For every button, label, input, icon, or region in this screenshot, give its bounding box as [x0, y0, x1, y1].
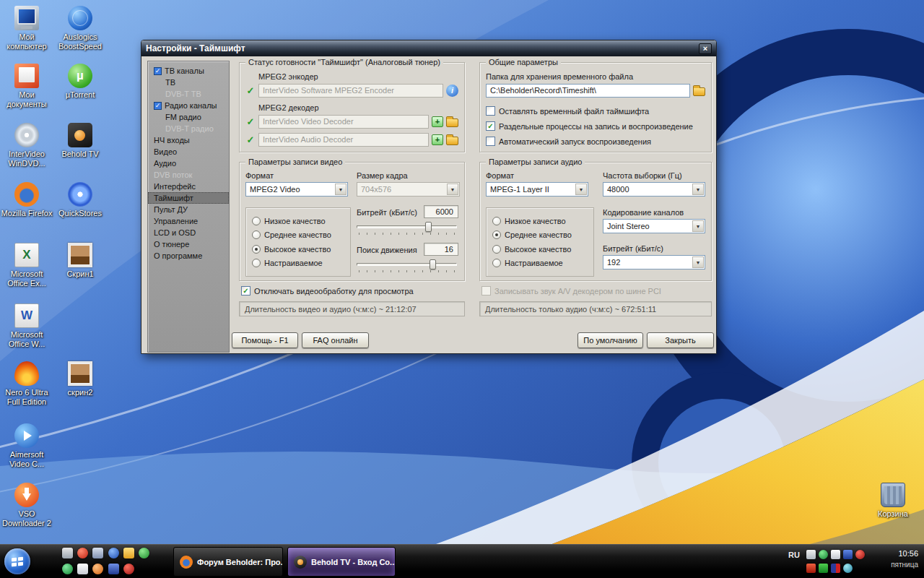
video-bitrate-slider[interactable] [357, 222, 457, 235]
desktop-icon-quickstores[interactable]: QuickStores [53, 182, 107, 218]
video-quality-medium[interactable]: Среднее качество [252, 230, 344, 239]
nav-item-timeshift[interactable]: Таймшифт [148, 192, 229, 204]
disable-video-processing-checkbox[interactable]: ✓Отключать видеообработку для просмотра [241, 286, 414, 296]
chevron-down-icon[interactable]: ▼ [692, 256, 704, 268]
nav-item-remote[interactable]: Пульт ДУ [148, 204, 229, 215]
opera-icon[interactable] [77, 548, 88, 558]
tray-update-icon[interactable] [806, 550, 816, 559]
slider-thumb[interactable] [430, 259, 436, 269]
info-icon[interactable]: i [446, 85, 458, 97]
tray-flag-icon[interactable] [831, 564, 840, 573]
checkbox-icon[interactable]: ✓ [154, 67, 162, 75]
keep-temp-file-checkbox[interactable]: Оставлять временный файл таймшифта [486, 106, 649, 116]
browse-folder-icon[interactable] [693, 87, 705, 96]
chevron-down-icon[interactable]: ▼ [692, 184, 704, 195]
tray-language-a-icon[interactable] [831, 550, 840, 559]
channel-coding-select[interactable]: Joint Stereo▼ [603, 219, 705, 233]
audio-quality-custom[interactable]: Настраиваемое [492, 259, 588, 267]
chevron-down-icon[interactable]: ▼ [575, 184, 587, 195]
help-button[interactable]: Помощь - F1 [232, 332, 298, 348]
dialog-titlebar[interactable]: Настройки - Таймшифт × [141, 40, 716, 56]
taskbar-task-behold-tv[interactable]: Behold TV - Вход Со... [287, 547, 396, 577]
video-quality-high[interactable]: Высокое качество [252, 245, 344, 254]
video-bitrate-input[interactable]: 6000 [424, 205, 458, 218]
tray-alert-icon[interactable] [806, 564, 816, 573]
nav-item-video[interactable]: Видео [148, 146, 229, 158]
globe-green-icon[interactable] [62, 564, 73, 574]
language-indicator[interactable]: RU [788, 551, 800, 559]
word-icon: W [14, 303, 39, 328]
decoder-folder-icon[interactable] [446, 118, 458, 127]
tray-network-icon[interactable] [843, 550, 853, 559]
checkbox-icon[interactable]: ✓ [154, 102, 162, 110]
close-icon[interactable]: × [699, 43, 712, 54]
sample-rate-select[interactable]: 48000▼ [603, 182, 705, 197]
tray-status-icon[interactable] [819, 564, 828, 573]
desktop-icon-my-documents[interactable]: Мои документы [0, 64, 53, 109]
desktop-icon-nero[interactable]: Nero 6 Ultra Full Edition [0, 361, 53, 407]
video-quality-custom[interactable]: Настраиваемое [252, 259, 344, 267]
defaults-button[interactable]: По умолчанию [578, 332, 643, 348]
select-decoder-icon[interactable]: + [432, 116, 443, 127]
audio-bitrate-select[interactable]: 192▼ [603, 255, 705, 269]
motion-search-input[interactable]: 16 [424, 243, 458, 256]
desktop-icon-windvd[interactable]: InterVideo WinDVD... [0, 123, 53, 168]
slider-thumb[interactable] [425, 222, 432, 232]
desktop-icon-behold-tv[interactable]: Behold TV [53, 123, 107, 159]
desktop-icon-auslogics[interactable]: Auslogics BoostSpeed [53, 6, 107, 51]
orange-app-icon[interactable] [92, 564, 103, 574]
close-button[interactable]: Закрыть [647, 332, 714, 348]
audio-quality-medium[interactable]: Среднее качество [492, 230, 588, 239]
tray-utorrent-icon[interactable] [819, 550, 828, 559]
auto-playback-checkbox[interactable]: Автоматический запуск воспроизведения [486, 137, 651, 146]
audio-format-select[interactable]: MPEG-1 Layer II▼ [486, 182, 588, 197]
nav-item-fm-radio[interactable]: FM радио [148, 111, 229, 123]
nav-item-lf-inputs[interactable]: НЧ входы [148, 134, 229, 146]
faq-button[interactable]: FAQ онлайн [302, 332, 369, 348]
desktop-icon-vso[interactable]: VSO Downloader 2 [0, 483, 53, 528]
chevron-down-icon[interactable]: ▼ [692, 220, 704, 232]
nav-item-tv-channels[interactable]: ✓ТВ каналы [148, 65, 229, 77]
motion-search-slider[interactable] [357, 259, 457, 272]
folder-icon[interactable] [123, 548, 134, 558]
select-decoder-icon[interactable]: + [432, 134, 443, 145]
red-app-icon[interactable] [123, 564, 134, 574]
nav-item-radio-channels[interactable]: ✓Радио каналы [148, 100, 229, 111]
desktop-icon-my-computer[interactable]: Мой компьютер [0, 6, 53, 51]
audio-quality-high[interactable]: Высокое качество [492, 245, 588, 254]
internet-explorer-icon[interactable] [108, 548, 119, 558]
green-app-icon[interactable] [139, 548, 149, 558]
decoder-folder-icon[interactable] [446, 137, 458, 145]
desktop-icon-skrin1[interactable]: Скрин1 [53, 243, 107, 279]
tray-volume-icon[interactable] [843, 564, 853, 573]
nav-item-interface[interactable]: Интерфейс [148, 181, 229, 192]
temp-folder-input[interactable]: C:\Beholder\Record\Timeshift\ [486, 84, 690, 98]
blue-app-icon[interactable] [108, 564, 119, 574]
app-grid-icon[interactable] [62, 548, 73, 558]
desktop-icon-firefox[interactable]: Mozilla Firefox [0, 182, 53, 218]
desktop-icon-utorrent[interactable]: µµTorrent [53, 64, 107, 100]
desktop-icon-skrin2[interactable]: скрин2 [53, 361, 107, 397]
video-quality-low[interactable]: Низкое качество [252, 217, 344, 225]
nav-item-about-program[interactable]: О программе [148, 250, 229, 262]
taskbar-clock[interactable]: 10:56 пятница [891, 549, 918, 569]
nav-item-lcd-osd[interactable]: LCD и OSD [148, 227, 229, 238]
nav-item-control[interactable]: Управление [148, 215, 229, 227]
start-button[interactable] [4, 548, 30, 574]
desktop-icon-aimersoft[interactable]: Aimersoft Video C... [0, 423, 53, 469]
video-format-select[interactable]: MPEG2 Video▼ [245, 182, 348, 197]
nav-item-audio[interactable]: Аудио [148, 158, 229, 169]
group-title: Статус готовности "Таймшифт" (Аналоговый… [245, 58, 443, 66]
tray-antivirus-icon[interactable] [855, 550, 865, 559]
document-icon[interactable] [77, 564, 88, 574]
taskbar-task-forum[interactable]: Форум Beholder: Про... [173, 547, 283, 577]
desktop-icon-excel[interactable]: XMicrosoft Office Ex... [0, 243, 53, 288]
floppy-disk-icon[interactable] [92, 548, 103, 558]
desktop-icon-recycle-bin[interactable]: Корзина [866, 483, 920, 519]
audio-quality-low[interactable]: Низкое качество [492, 217, 588, 225]
desktop-icon-word[interactable]: WMicrosoft Office W... [0, 303, 53, 349]
nav-item-about-tuner[interactable]: О тюнере [148, 238, 229, 250]
separate-processes-checkbox[interactable]: ✓Раздельные процессы на запись и воспрои… [486, 121, 693, 131]
nav-item-tv[interactable]: ТВ [148, 77, 229, 88]
chevron-down-icon[interactable]: ▼ [335, 184, 346, 195]
